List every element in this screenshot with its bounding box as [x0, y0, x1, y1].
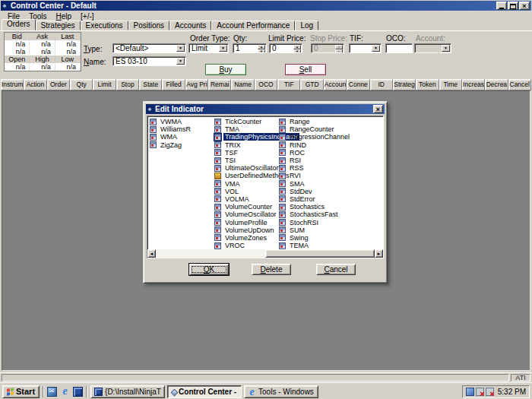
- indicator-item-ultimateoscillator[interactable]: UltimateOscillator: [214, 164, 279, 172]
- tif-combobox[interactable]: ▼: [349, 43, 382, 53]
- scroll-left-icon[interactable]: ◄: [147, 249, 156, 258]
- spinner-buttons[interactable]: ▲▼: [258, 45, 265, 52]
- minimize-button[interactable]: [496, 2, 507, 10]
- ie-icon[interactable]: [60, 387, 70, 397]
- indicator-item-rangecounter[interactable]: RangeCounter: [279, 125, 344, 133]
- grid-column-time[interactable]: Time: [439, 79, 462, 90]
- grid-column-action[interactable]: Action: [24, 79, 46, 90]
- grid-column-accoun[interactable]: Accoun: [324, 79, 347, 90]
- indicator-item-tema[interactable]: TEMA: [279, 242, 344, 249]
- start-button[interactable]: Start: [2, 385, 40, 398]
- grid-column-limit[interactable]: Limit: [93, 79, 116, 90]
- network-error-icon[interactable]: [476, 388, 484, 396]
- grid-column-remai[interactable]: Remai: [208, 79, 231, 90]
- indicator-item-vroc[interactable]: VROC: [214, 242, 279, 249]
- indicator-item-volumeprofile[interactable]: VolumeProfile: [214, 218, 279, 226]
- chevron-down-icon[interactable]: ▼: [176, 45, 185, 52]
- indicator-item-rss[interactable]: RSS: [279, 164, 344, 172]
- instrument-combobox[interactable]: ES 03-10 ▼: [112, 56, 186, 66]
- indicator-item-stochasticsfast[interactable]: StochasticsFast: [279, 211, 344, 218]
- indicator-item-rind[interactable]: RIND: [279, 141, 344, 149]
- grid-column-order[interactable]: Order: [47, 79, 70, 90]
- indicator-item-volma[interactable]: VOLMA: [214, 195, 279, 203]
- restore-button[interactable]: [508, 2, 518, 10]
- indicator-item-stderror[interactable]: StdError: [279, 195, 344, 203]
- grid-column-conne[interactable]: Conne: [347, 79, 369, 90]
- indicator-item-tsi[interactable]: TSI: [214, 157, 279, 164]
- chevron-down-icon[interactable]: ▼: [176, 58, 185, 65]
- scrollbar-thumb[interactable]: [265, 249, 375, 258]
- outlook-icon[interactable]: [47, 387, 57, 397]
- cancel-button[interactable]: Cancel: [316, 264, 356, 275]
- grid-column-avg-pri[interactable]: Avg Pri: [185, 79, 208, 90]
- grid-column-tif[interactable]: TIF: [277, 79, 300, 90]
- delete-button[interactable]: Delete: [252, 264, 291, 275]
- indicator-item-stochrsi[interactable]: StochRSI: [279, 218, 344, 226]
- indicator-item-williamsr[interactable]: WilliamsR: [150, 125, 214, 133]
- tab-positions[interactable]: Positions: [128, 21, 170, 30]
- indicator-item-wma[interactable]: WMA: [150, 133, 214, 141]
- network-error-icon[interactable]: [486, 388, 494, 396]
- indicator-item-tickcounter[interactable]: TickCounter: [214, 118, 279, 125]
- indicator-item-roc[interactable]: ROC: [279, 149, 344, 157]
- grid-column-gtd[interactable]: GTD: [300, 79, 323, 90]
- grid-column-stop[interactable]: Stop: [116, 79, 139, 90]
- grid-column-id[interactable]: ID: [370, 79, 393, 90]
- grid-column-instrum[interactable]: Instrum: [1, 79, 24, 90]
- type-combobox[interactable]: <Default> ▼: [112, 43, 186, 53]
- grid-column-oco[interactable]: OCO: [255, 79, 277, 90]
- indicator-item-userdefinedmethods[interactable]: UserDefinedMethods: [214, 172, 279, 179]
- grid-column-increas[interactable]: Increas: [462, 79, 485, 90]
- indicator-item-rsi[interactable]: RSI: [279, 157, 344, 164]
- indicator-item-zigzag[interactable]: ZigZag: [150, 141, 214, 149]
- app-icon[interactable]: [466, 388, 474, 396]
- chevron-down-icon[interactable]: ▼: [219, 45, 227, 52]
- grid-column-cancel[interactable]: Cancel: [508, 79, 531, 90]
- grid-column-strateg[interactable]: Strateg: [393, 79, 416, 90]
- menu-item-item[interactable]: [+/-]: [76, 12, 99, 21]
- indicator-item-swing[interactable]: Swing: [279, 234, 344, 242]
- indicator-item-vma[interactable]: VMA: [214, 180, 279, 188]
- tab-log[interactable]: Log: [295, 21, 318, 30]
- tab-accounts[interactable]: Accounts: [169, 21, 211, 30]
- app-window-icon[interactable]: [73, 387, 83, 397]
- indicator-item-volumecounter[interactable]: VolumeCounter: [214, 203, 279, 211]
- scroll-right-icon[interactable]: ►: [375, 249, 383, 258]
- task-button-control-center-defa[interactable]: Control Center - Defa...: [167, 385, 242, 398]
- spin-down-icon[interactable]: ▼: [293, 49, 301, 53]
- order-type-combobox[interactable]: Limit ▼: [188, 43, 229, 53]
- buy-button[interactable]: Buy: [205, 64, 246, 75]
- indicator-item-tsf[interactable]: TSF: [214, 149, 279, 157]
- ok-button[interactable]: OK: [189, 264, 229, 275]
- grid-column-decrea[interactable]: Decrea: [485, 79, 508, 90]
- indicator-item-sum[interactable]: SUM: [279, 226, 344, 234]
- tab-strategies[interactable]: Strategies: [36, 21, 81, 30]
- grid-column-qty[interactable]: Qty: [70, 79, 93, 90]
- qty-stepper[interactable]: 1 ▲▼: [233, 43, 267, 53]
- close-button[interactable]: ×: [519, 2, 530, 10]
- task-button-d-install-ninjatrader-6[interactable]: {D:\Install\NinjaTrader 6...: [90, 385, 165, 398]
- tab-orders[interactable]: Orders: [2, 19, 36, 30]
- indicator-item-stochastics[interactable]: Stochastics: [279, 203, 344, 211]
- grid-column-name[interactable]: Name: [231, 79, 254, 90]
- oco-input[interactable]: [385, 43, 413, 53]
- horizontal-scrollbar[interactable]: ◄ ►: [147, 249, 383, 258]
- grid-column-token[interactable]: Token: [416, 79, 439, 90]
- scrollbar-track[interactable]: [156, 249, 375, 258]
- spinner-buttons[interactable]: ▲▼: [293, 45, 301, 52]
- indicator-item-regressionchannel[interactable]: RegressionChannel: [279, 133, 344, 141]
- task-button-tools-windows-interne[interactable]: Tools - Windows Interne...: [244, 385, 318, 398]
- tab-executions[interactable]: Executions: [81, 21, 128, 30]
- tab-account-performance[interactable]: Account Performance: [211, 21, 295, 30]
- indicator-item-volumeupdown[interactable]: VolumeUpDown: [214, 226, 279, 234]
- indicator-item-range[interactable]: Range: [279, 118, 344, 125]
- indicator-item-sma[interactable]: SMA: [279, 180, 344, 188]
- menu-item-help[interactable]: Help: [51, 12, 76, 21]
- indicator-item-trix[interactable]: TRIX: [214, 141, 279, 149]
- limit-price-stepper[interactable]: 0 ▲▼: [269, 43, 302, 53]
- spin-down-icon[interactable]: ▼: [258, 49, 265, 53]
- indicator-item-volumezones[interactable]: VolumeZones: [214, 234, 279, 242]
- indicator-item-rvi[interactable]: RVI: [279, 172, 344, 179]
- indicator-item-volumeoscillator[interactable]: VolumeOscillator: [214, 211, 279, 218]
- indicator-item-tma[interactable]: TMA: [214, 125, 279, 133]
